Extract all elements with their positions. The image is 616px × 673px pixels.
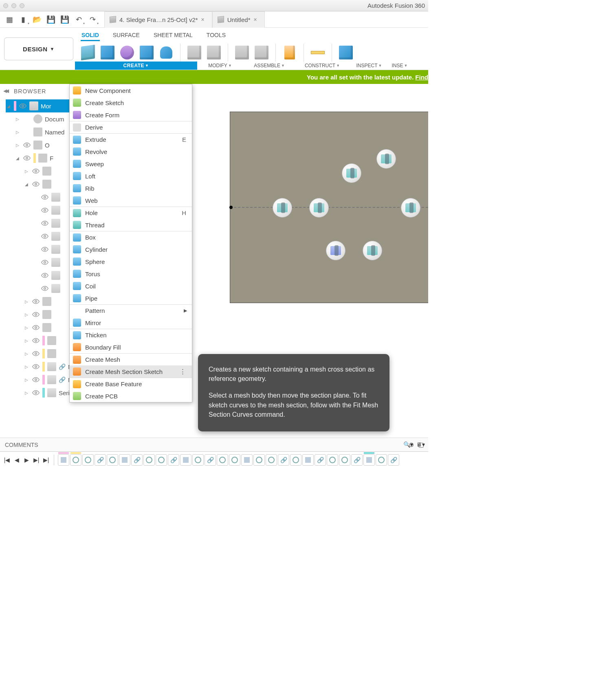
- create-sketch-tool[interactable]: [79, 44, 97, 62]
- visibility-toggle[interactable]: [41, 258, 49, 266]
- visibility-toggle[interactable]: [32, 297, 40, 306]
- ribbon-group-modify[interactable]: MODIFY: [197, 62, 243, 70]
- joint-node-selected[interactable]: [326, 241, 345, 260]
- banner-link[interactable]: Find: [415, 74, 428, 81]
- expand-icon[interactable]: [15, 117, 20, 121]
- visibility-toggle[interactable]: [41, 193, 49, 201]
- timeline-feature[interactable]: 🔗: [315, 454, 326, 466]
- workspace-switcher[interactable]: DESIGN: [4, 37, 73, 60]
- expand-icon[interactable]: [24, 352, 29, 356]
- expand-icon[interactable]: [24, 182, 29, 187]
- joint-node[interactable]: [342, 163, 361, 183]
- ribbon-tab-sheetmetal[interactable]: SHEET METAL: [153, 30, 194, 41]
- timeline-play-button[interactable]: ▶: [22, 455, 31, 464]
- menu-item-create-mesh[interactable]: Create Mesh: [70, 353, 192, 365]
- expand-icon[interactable]: [15, 156, 20, 161]
- joint-node[interactable]: [363, 241, 382, 260]
- menu-item-loft[interactable]: Loft: [70, 170, 192, 182]
- menu-item-sphere[interactable]: Sphere: [70, 255, 192, 268]
- ribbon-group-insert[interactable]: INSE: [389, 62, 410, 70]
- form-tool[interactable]: [118, 44, 136, 62]
- expand-icon[interactable]: [24, 339, 29, 343]
- visibility-toggle[interactable]: [32, 389, 40, 397]
- open-button[interactable]: 📂: [30, 13, 44, 26]
- visibility-toggle[interactable]: [41, 284, 49, 293]
- menu-item-create-sketch[interactable]: Create Sketch: [70, 97, 192, 109]
- timeline-feature[interactable]: [70, 454, 81, 466]
- timeline-feature[interactable]: [363, 454, 375, 466]
- menu-item-cylinder[interactable]: Cylinder: [70, 243, 192, 255]
- visibility-toggle[interactable]: [32, 363, 40, 371]
- timeline-feature[interactable]: [229, 454, 240, 466]
- menu-item-hole[interactable]: HoleH: [70, 207, 192, 219]
- timeline-feature[interactable]: [107, 454, 118, 466]
- expand-icon[interactable]: [15, 143, 20, 147]
- save-all-button[interactable]: 💾: [58, 13, 72, 26]
- visibility-toggle[interactable]: [32, 336, 40, 345]
- timeline-fwd-button[interactable]: ▶|: [32, 455, 41, 464]
- menu-item-rib[interactable]: Rib: [70, 182, 192, 194]
- timeline-feature[interactable]: [339, 454, 350, 466]
- menu-item-create-mesh-section-sketch[interactable]: Create Mesh Section Sketch⋮: [70, 365, 192, 378]
- visibility-toggle[interactable]: [32, 350, 40, 358]
- expand-icon[interactable]: [6, 104, 11, 108]
- visibility-toggle[interactable]: [41, 271, 49, 279]
- minimize-window-button[interactable]: [11, 3, 16, 8]
- expand-icon[interactable]: [24, 365, 29, 369]
- joint-node[interactable]: [376, 149, 396, 169]
- timeline-feature[interactable]: [217, 454, 228, 466]
- timeline-feature[interactable]: [143, 454, 155, 466]
- document-tab-1[interactable]: 4. Sledge Fra…n 25-Oct] v2* ×: [104, 11, 212, 28]
- timeline-feature[interactable]: [290, 454, 301, 466]
- presspull-tool[interactable]: [185, 44, 203, 62]
- visibility-toggle[interactable]: [32, 180, 40, 188]
- expand-icon[interactable]: [24, 169, 29, 174]
- menu-item-web[interactable]: Web: [70, 194, 192, 207]
- timeline-feature[interactable]: 🔗: [131, 454, 143, 466]
- construct-plane-tool[interactable]: [281, 44, 299, 62]
- zoom-window-button[interactable]: [20, 3, 24, 8]
- visibility-toggle[interactable]: [32, 167, 40, 175]
- menu-item-pipe[interactable]: Pipe: [70, 292, 192, 304]
- close-tab-button[interactable]: ×: [201, 16, 205, 23]
- menu-item-extrude[interactable]: ExtrudeE: [70, 133, 192, 145]
- menu-item-revolve[interactable]: Revolve: [70, 145, 192, 158]
- visibility-toggle[interactable]: [32, 376, 40, 384]
- cylinder-tool[interactable]: [157, 44, 175, 62]
- timeline-feature[interactable]: 🔗: [278, 454, 289, 466]
- expand-icon[interactable]: [24, 378, 29, 382]
- visibility-toggle[interactable]: [23, 154, 31, 162]
- expand-icon[interactable]: [24, 326, 29, 330]
- timeline-feature[interactable]: [327, 454, 338, 466]
- joint-tool[interactable]: [253, 44, 271, 62]
- comments-bar[interactable]: COMMENTS ⊕ ▢: [0, 438, 428, 451]
- box-tool[interactable]: [99, 44, 117, 62]
- timeline-feature[interactable]: [376, 454, 387, 466]
- visibility-toggle[interactable]: [32, 323, 40, 332]
- timeline-feature[interactable]: [192, 454, 204, 466]
- menu-item-thicken[interactable]: Thicken: [70, 329, 192, 341]
- ribbon-group-create[interactable]: CREATE: [75, 62, 197, 70]
- timeline-feature[interactable]: [156, 454, 167, 466]
- timeline-start-button[interactable]: |◀: [2, 455, 11, 464]
- timeline-end-button[interactable]: ▶|: [42, 455, 51, 464]
- ribbon-tab-surface[interactable]: SURFACE: [112, 30, 141, 41]
- timeline-feature[interactable]: [180, 454, 191, 466]
- more-options-icon[interactable]: ⋮: [180, 368, 189, 375]
- timeline-feature[interactable]: 🔗: [95, 454, 106, 466]
- timeline-feature[interactable]: [241, 454, 253, 466]
- redo-button[interactable]: ↷: [86, 13, 99, 26]
- visibility-toggle[interactable]: [41, 219, 49, 227]
- timeline-feature[interactable]: 🔗: [168, 454, 179, 466]
- menu-item-torus[interactable]: Torus: [70, 268, 192, 280]
- timeline-feature[interactable]: 🔗: [351, 454, 363, 466]
- ribbon-group-construct[interactable]: CONSTRUCT: [296, 62, 349, 70]
- file-menu-button[interactable]: ▮: [16, 13, 30, 26]
- expand-icon[interactable]: [24, 312, 29, 317]
- ribbon-tab-solid[interactable]: SOLID: [81, 30, 100, 41]
- extrude-tool[interactable]: [138, 44, 156, 62]
- timeline-feature[interactable]: [266, 454, 277, 466]
- menu-item-coil[interactable]: Coil: [70, 280, 192, 292]
- timeline-feature[interactable]: [302, 454, 314, 466]
- ribbon-group-assemble[interactable]: ASSEMBLE: [243, 62, 296, 70]
